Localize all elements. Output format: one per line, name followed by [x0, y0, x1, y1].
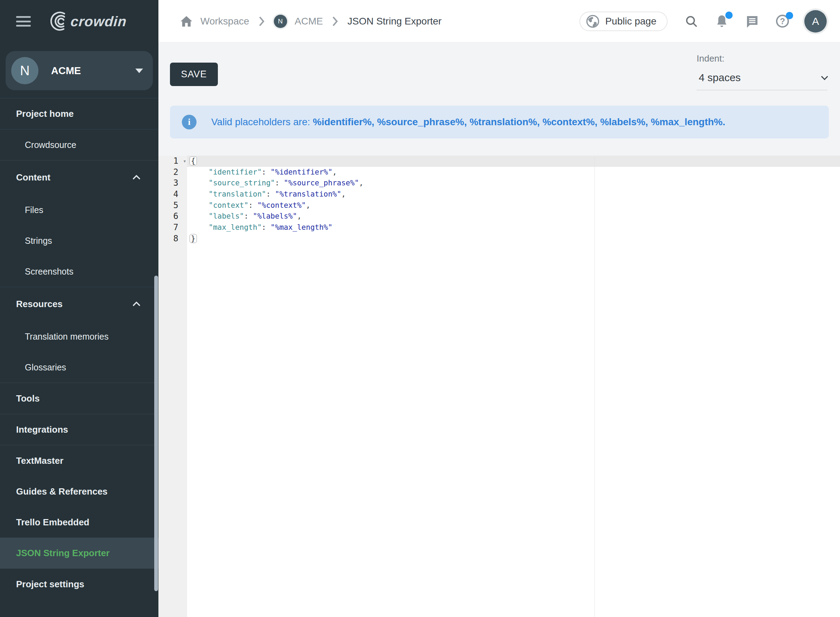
sidebar-item-label: Content	[16, 172, 135, 183]
code-token: :	[266, 190, 275, 198]
code-token	[191, 212, 209, 220]
line-number-4: 4	[158, 189, 187, 200]
sidebar-item-textmaster[interactable]: TextMaster	[0, 445, 158, 476]
code-line-6: "labels": "%labels%",	[187, 211, 840, 222]
line-number-6: 6	[158, 211, 187, 222]
breadcrumb-project-avatar[interactable]: N	[274, 15, 287, 28]
notifications-button[interactable]	[715, 14, 728, 28]
crowdin-logo-icon	[48, 11, 71, 32]
info-icon: i	[182, 115, 196, 130]
code-token: ,	[341, 190, 346, 198]
indent-value: 4 spaces	[699, 72, 821, 84]
code-token	[191, 190, 209, 198]
banner-placeholder: %translation%,	[470, 117, 542, 127]
brand-wordmark: crowdin	[70, 14, 127, 30]
sidebar-item-project-settings[interactable]: Project settings	[0, 569, 158, 599]
sidebar-item-json-string-exporter[interactable]: JSON String Exporter	[0, 537, 158, 568]
indent-control: Indent: 4 spaces	[697, 53, 827, 90]
code-token: "%labels%"	[253, 212, 297, 220]
code-token: "context"	[209, 201, 249, 210]
code-token	[191, 179, 209, 187]
breadcrumb-project[interactable]: ACME	[295, 16, 323, 27]
home-icon[interactable]	[180, 15, 193, 27]
sidebar-item-content[interactable]: Content	[0, 161, 158, 195]
org-avatar: N	[11, 57, 38, 84]
user-avatar[interactable]: A	[804, 10, 827, 32]
breadcrumb-page-title: JSON String Exporter	[347, 16, 441, 27]
sidebar-item-glossaries[interactable]: Glossaries	[0, 352, 158, 383]
sidebar-item-label: Screenshots	[25, 267, 140, 277]
sidebar-item-files[interactable]: Files	[0, 195, 158, 225]
notification-badge	[725, 12, 732, 19]
sidebar-item-screenshots[interactable]: Screenshots	[0, 256, 158, 287]
sidebar-item-label: Project settings	[16, 579, 140, 590]
code-token: "%context%"	[257, 201, 306, 210]
banner-text: Valid placeholders are: %identifier%, %s…	[211, 117, 725, 128]
sidebar-scrollbar-thumb[interactable]	[154, 276, 158, 591]
indent-select[interactable]: 4 spaces	[697, 69, 827, 90]
code-editor[interactable]: 1▾2345678 { "identifier": "%identifier%"…	[158, 156, 840, 617]
sidebar-item-label: TextMaster	[16, 455, 140, 466]
hamburger-menu-icon[interactable]	[16, 16, 31, 27]
globe-icon	[586, 14, 600, 28]
code-token: :	[262, 168, 270, 176]
code-token	[191, 223, 209, 232]
breadcrumb-workspace[interactable]: Workspace	[200, 16, 249, 27]
editor-code-area[interactable]: { "identifier": "%identifier%", "source_…	[187, 156, 840, 617]
code-token	[191, 201, 209, 210]
org-selector[interactable]: N ACME	[6, 51, 153, 90]
code-token: :	[275, 179, 284, 187]
sidebar-item-label: Guides & References	[16, 486, 140, 497]
line-number-3: 3	[158, 178, 187, 189]
search-button[interactable]	[684, 14, 699, 28]
code-token: "identifier"	[209, 168, 262, 176]
sidebar-item-crowdsource[interactable]: Crowdsource	[0, 130, 158, 160]
sidebar-item-label: Project home	[16, 108, 140, 119]
sidebar-item-trello-embedded[interactable]: Trello Embedded	[0, 507, 158, 537]
code-line-1: {	[187, 156, 840, 167]
sidebar-item-guides-references[interactable]: Guides & References	[0, 476, 158, 507]
code-token: "%translation%"	[275, 190, 341, 198]
help-badge	[786, 12, 793, 19]
line-number-7: 7	[158, 222, 187, 233]
sidebar-item-integrations[interactable]: Integrations	[0, 414, 158, 445]
line-number-1: 1▾	[158, 156, 187, 167]
code-token: {	[190, 156, 197, 165]
sidebar-item-project-home[interactable]: Project home	[0, 98, 158, 129]
code-token: }	[190, 234, 197, 243]
crowdin-logo[interactable]: crowdin	[48, 11, 127, 32]
code-token: "%max_length%"	[271, 223, 333, 232]
code-token: ,	[359, 179, 363, 187]
code-line-2: "identifier": "%identifier%",	[187, 167, 840, 178]
banner-placeholder: %identifier%,	[313, 117, 377, 127]
sidebar-item-strings[interactable]: Strings	[0, 225, 158, 256]
sidebar-item-label: Translation memories	[25, 332, 140, 342]
chevron-right-icon	[332, 16, 338, 26]
sidebar-item-label: Trello Embedded	[16, 517, 140, 528]
banner-placeholder: %context%,	[542, 117, 600, 127]
code-token: ,	[297, 212, 301, 220]
sidebar-item-label: Files	[25, 205, 140, 215]
chat-icon	[745, 14, 759, 28]
fold-arrow-icon[interactable]: ▾	[183, 156, 186, 167]
public-page-button[interactable]: Public page	[579, 12, 668, 31]
line-number-2: 2	[158, 167, 187, 178]
sidebar-item-tools[interactable]: Tools	[0, 383, 158, 414]
messages-button[interactable]	[745, 14, 759, 28]
indent-label: Indent:	[697, 53, 827, 64]
org-name: ACME	[51, 65, 136, 77]
banner-placeholder: %max_length%.	[651, 117, 725, 127]
save-button[interactable]: SAVE	[170, 63, 218, 86]
chevron-right-icon	[258, 16, 265, 26]
sidebar-item-resources[interactable]: Resources	[0, 287, 158, 321]
sidebar-item-label: Crowdsource	[25, 140, 140, 150]
caret-down-icon	[136, 69, 143, 73]
sidebar-item-translation-memories[interactable]: Translation memories	[0, 321, 158, 352]
topbar-actions: Public page ?	[579, 10, 827, 32]
main-content: SAVE Indent: 4 spaces i Valid placeholde…	[158, 43, 840, 617]
sidebar-item-label: Glossaries	[25, 362, 140, 372]
sidebar-item-label: Strings	[25, 236, 140, 246]
info-banner: i Valid placeholders are: %identifier%, …	[170, 106, 829, 139]
code-token: "%source_phrase%"	[284, 179, 359, 187]
help-button[interactable]: ?	[776, 15, 789, 28]
